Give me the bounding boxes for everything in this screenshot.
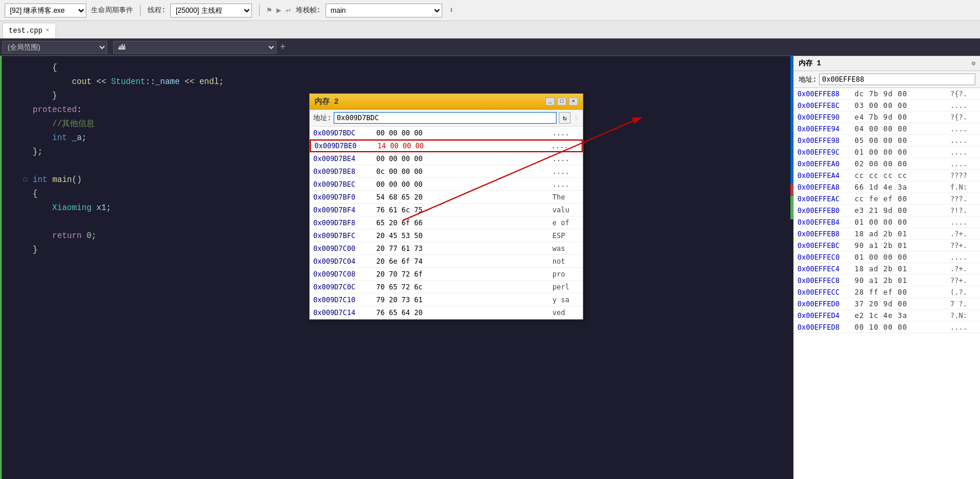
mem-right-bytes: dc 7b 9d 00 [852,89,948,99]
memory-right-row: 0x00EFFEC8 90 a1 2b 01 ??+. [794,275,980,286]
mem-right-bytes: cc fe ef 00 [852,194,948,204]
memory-right-row: 0x00EFFECC 28 ff ef 00 (.?. [794,286,980,298]
mem-window-row: 0x009D7C14 76 65 64 20 ved [310,306,583,319]
stack-dropdown[interactable]: main [326,4,442,18]
mem-right-chars: ?{?. [948,112,980,123]
separator2 [259,5,260,16]
memory-right-row: 0x00EFFEC4 18 ad 2b 01 .?+. [794,263,980,275]
mem-window-bytes: 00 00 00 00 [374,128,548,138]
mem-window-row: 0x009D7BE4 00 00 00 00 .... [310,152,583,165]
mem-right-addr: 0x00EFFECC [794,287,852,298]
window-restore-button[interactable]: □ [557,97,566,106]
mem-window-chars: was [548,243,583,254]
green-indicator-bar2 [790,196,793,219]
mem-window-chars: .... [548,166,583,177]
mem-right-addr: 0x00EFFED8 [794,322,852,333]
mem-right-chars: f.N: [948,182,980,193]
mem-right-addr: 0x00EFFEA0 [794,159,852,169]
memory-right-row: 0x00EFFEA4 cc cc cc cc ???? [794,170,980,181]
mem-right-addr: 0x00EFFEA4 [794,170,852,181]
mem-right-chars: (.?. [948,287,980,298]
step-icon: ↩ [286,5,290,15]
window-minimize-button[interactable]: _ [545,97,555,106]
mem-window-bytes: 76 65 64 20 [374,307,548,318]
mem-right-chars: .?+. [948,229,980,239]
mem-window-bytes: 65 20 6f 66 [374,218,548,228]
memory-right-row: 0x00EFFEA8 66 1d 4e 3a f.N: [794,181,980,193]
tab-test-cpp[interactable]: test.cpp × [2,23,56,38]
mem-window-chars: perl [548,282,583,292]
memory-right-addr-input[interactable] [819,74,975,85]
mem-window-addr: 0x009D7C0C [310,282,374,292]
blue-indicator-bar [790,56,793,184]
func-dropdown[interactable]: 🏙 [113,41,276,54]
mem-window-addr: 0x009D7BE8 [310,166,374,177]
mem-window-bytes: 20 77 61 73 [374,243,548,254]
mem-right-addr: 0x00EFFE9C [794,147,852,158]
separator [140,5,141,16]
mem-right-chars: .?+. [948,264,980,274]
memory-right-row: 0x00EFFEB8 18 ad 2b 01 .?+. [794,228,980,240]
process-dropdown[interactable]: [92] 继承博客.exe [5,4,86,18]
mem-right-bytes: 04 00 00 00 [852,124,948,134]
mem-right-addr: 0x00EFFEA8 [794,182,852,193]
mem-right-bytes: 01 00 00 00 [852,252,948,263]
mem-right-addr: 0x00EFFEB4 [794,217,852,228]
mem-float-addr-input[interactable] [334,112,556,124]
memory-right-settings-icon[interactable]: ⚙ [971,60,975,67]
mem-window-addr: 0x009D7BF0 [310,192,374,202]
mem-right-chars: ?.N: [948,310,980,321]
mem-window-addr: 0x009D7BF8 [310,218,374,228]
add-pane-button[interactable]: + [278,42,288,53]
mem-right-bytes: e3 21 9d 00 [852,205,948,216]
mem-right-addr: 0x00EFFE88 [794,89,852,99]
mem-right-chars: 7 ?. [948,299,980,309]
red-indicator-bar [790,184,793,196]
mem-right-bytes: e2 1c 4e 3a [852,310,948,321]
memory-right-row: 0x00EFFE9C 01 00 00 00 .... [794,146,980,158]
mem-right-chars: ??+. [948,275,980,286]
memory-right-row: 0x00EFFEA0 02 00 00 00 .... [794,158,980,170]
mem-right-chars: .... [948,159,980,169]
tab-close-button[interactable]: × [46,27,50,34]
mem-float-refresh-button[interactable]: ↻ [559,112,570,124]
mem-window-bytes: 20 6e 6f 74 [374,256,548,267]
mem-right-bytes: 28 ff ef 00 [852,287,948,298]
memory-right-row: 0x00EFFE94 04 00 00 00 .... [794,123,980,135]
mem-float-more-button[interactable]: ⋮ [573,114,579,122]
memory-window-2-content[interactable]: 0x009D7BDC 00 00 00 00 .... 0x009D7BE0 1… [310,127,583,319]
mem-window-row: 0x009D7C0C 70 65 72 6c perl [310,281,583,293]
memory-right-row: 0x00EFFEB4 01 00 00 00 .... [794,216,980,228]
green-gutter [0,56,2,479]
code-line: cout << Student::_name << endl; [0,75,793,89]
mem-window-row: 0x009D7BF8 65 20 6f 66 e of [310,216,583,229]
memory-window-2-addrbar: 地址: ↻ ⋮ [310,110,583,127]
mem-window-addr: 0x009D7BE0 [311,141,375,151]
mem-window-bytes: 00 00 00 00 [374,179,548,190]
mem-window-chars: ESP [548,230,583,241]
memory-right-row: 0x00EFFED8 00 10 00 00 .... [794,321,980,333]
mem-right-bytes: 18 ad 2b 01 [852,264,948,274]
scope-dropdown[interactable]: (全局范围) [2,41,107,54]
mem-right-addr: 0x00EFFEC4 [794,264,852,274]
memory-right-table[interactable]: 0x00EFFE88 dc 7b 9d 00 ?{?. 0x00EFFE8C 0… [794,88,980,479]
mem-window-chars: pro [548,269,583,279]
mem-right-chars: ???. [948,194,980,204]
thread-dropdown[interactable]: [25000] 主线程 [170,4,252,18]
mem-window-row: 0x009D7BFC 20 45 53 50 ESP [310,229,583,242]
mem-right-bytes: cc cc cc cc [852,170,948,181]
mem-window-chars: .... [548,128,583,138]
code-line: { [0,61,793,75]
settings-icon: ⬇ [449,5,454,15]
window-close-button[interactable]: × [569,97,578,106]
mem-right-bytes: 03 00 00 00 [852,100,948,111]
mem-right-addr: 0x00EFFED4 [794,310,852,321]
mem-right-chars: .... [948,124,980,134]
mem-right-addr: 0x00EFFEBC [794,240,852,251]
memory-right-row: 0x00EFFEC0 01 00 00 00 .... [794,251,980,263]
mem-window-row: 0x009D7BF4 76 61 6c 75 valu [310,204,583,216]
memory-window-2-titlebar[interactable]: 内存 2 _ □ × [310,94,583,110]
play-icon: ▶ [276,5,281,15]
memory-right-row: 0x00EFFE90 e4 7b 9d 00 ?{?. [794,111,980,123]
top-toolbar: [92] 继承博客.exe 生命周期事件 线程: [25000] 主线程 ⚑ ▶… [0,0,980,21]
